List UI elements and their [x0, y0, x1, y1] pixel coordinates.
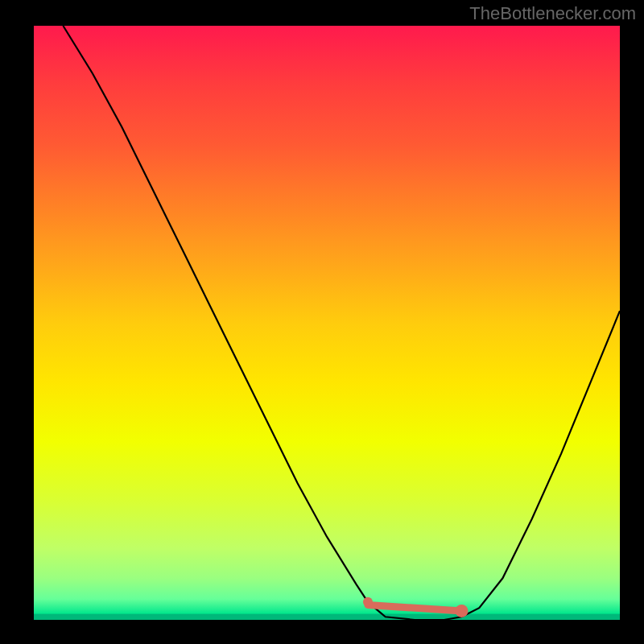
bottleneck-curve — [63, 26, 620, 620]
optimal-marker-0 — [363, 597, 373, 607]
chart-svg — [34, 26, 620, 620]
optimal-range-bar — [368, 605, 461, 611]
bottom-band — [34, 614, 620, 620]
chart-plot-area — [34, 26, 620, 620]
optimal-marker-1 — [455, 605, 468, 617]
watermark-text: TheBottlenecker.com — [469, 3, 636, 24]
